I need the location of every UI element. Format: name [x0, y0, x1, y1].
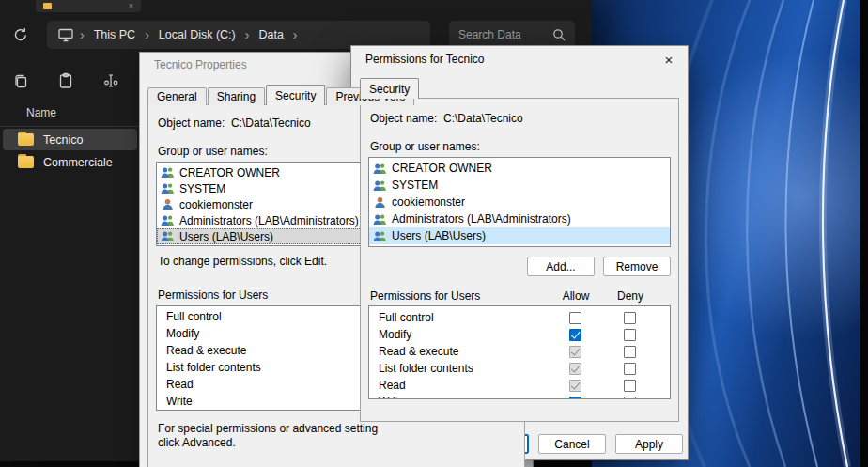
permission-row: List folder contents — [369, 360, 670, 377]
allow-checkbox[interactable] — [569, 329, 581, 341]
permission-name: Full control — [379, 311, 548, 324]
permission-row: Write — [369, 394, 670, 399]
user-icon — [373, 196, 387, 209]
deny-checkbox[interactable] — [624, 346, 636, 358]
object-name-value: C:\Data\Tecnico — [443, 112, 523, 125]
group-name: cookiemonster — [179, 198, 253, 211]
permissions-header: Permissions for Users Allow Deny — [368, 289, 671, 305]
close-button[interactable]: × — [650, 46, 688, 72]
permission-name: Modify — [379, 328, 548, 341]
group-name: Users (LAB\Users) — [392, 229, 486, 242]
permission-row: Modify — [369, 326, 670, 343]
group-name: CREATOR OWNER — [392, 162, 492, 175]
copy-button[interactable] — [6, 67, 36, 95]
breadcrumb-chevron-icon[interactable]: › — [244, 27, 251, 42]
refresh-icon — [13, 27, 28, 42]
group-list-item[interactable]: SYSTEM — [369, 177, 670, 194]
permissions-checkbox-list: Full control Modify Read & execute List … — [368, 305, 671, 399]
permission-name: Read — [379, 379, 548, 392]
tab-security[interactable]: Security — [360, 78, 419, 99]
group-list-item[interactable]: cookiemonster — [369, 194, 670, 210]
tab-security[interactable]: Security — [266, 85, 325, 105]
permission-row: Read & execute — [369, 343, 670, 360]
deny-checkbox[interactable] — [624, 397, 636, 400]
explorer-tab[interactable]: × — [36, 0, 141, 12]
allow-checkbox — [569, 346, 581, 358]
breadcrumb-item-this-pc[interactable]: This PC — [85, 21, 144, 49]
breadcrumb-chevron-icon[interactable]: › — [79, 27, 85, 42]
desktop: × › This PC › Local Disk (C:) › Data › — [0, 0, 868, 467]
tab-close-icon[interactable]: × — [129, 2, 133, 10]
group-name: Users (LAB\Users) — [179, 230, 273, 243]
cancel-button[interactable]: Cancel — [538, 434, 606, 454]
allow-checkbox — [569, 363, 581, 375]
group-name: cookiemonster — [392, 195, 465, 209]
tab-general[interactable]: General — [147, 87, 207, 105]
deny-checkbox[interactable] — [624, 363, 636, 375]
group-icon — [161, 166, 175, 179]
allow-checkbox — [569, 380, 581, 392]
breadcrumb-item-local-disk-c[interactable]: Local Disk (C:) — [150, 21, 244, 49]
rename-button[interactable] — [96, 67, 126, 95]
group-name: SYSTEM — [392, 179, 438, 192]
permission-row: Read — [369, 377, 670, 394]
remove-button[interactable]: Remove — [603, 257, 671, 276]
paste-button[interactable] — [51, 67, 81, 95]
column-header-name[interactable]: Name — [26, 106, 56, 119]
paste-icon — [57, 72, 74, 89]
file-item-tecnico[interactable]: Tecnico — [3, 129, 137, 150]
allow-checkbox[interactable] — [569, 312, 581, 324]
deny-checkbox[interactable] — [624, 380, 636, 392]
folder-icon — [18, 133, 34, 146]
permission-row: Full control — [369, 309, 670, 326]
copy-icon — [12, 72, 29, 89]
tab-sharing[interactable]: Sharing — [208, 87, 265, 105]
group-list-item[interactable]: Administrators (LAB\Administrators) — [369, 210, 670, 227]
search-input[interactable] — [458, 28, 545, 41]
this-pc-icon[interactable] — [53, 28, 79, 42]
group-icon — [161, 230, 175, 242]
breadcrumb-chevron-icon[interactable]: › — [292, 27, 299, 42]
permissions-dialog-titlebar[interactable]: Permissions for Tecnico × — [351, 46, 688, 72]
allow-checkbox[interactable] — [569, 397, 581, 400]
group-name: SYSTEM — [179, 182, 225, 195]
object-name-value: C:\Data\Tecnico — [231, 117, 311, 130]
file-item-commerciale[interactable]: Commerciale — [3, 151, 137, 173]
user-icon — [161, 198, 175, 210]
breadcrumb-chevron-icon[interactable]: › — [144, 27, 150, 42]
group-name: CREATOR OWNER — [179, 166, 280, 179]
group-icon — [373, 179, 387, 192]
breadcrumb-item-data[interactable]: Data — [250, 21, 291, 49]
refresh-button[interactable] — [8, 23, 34, 47]
rename-icon — [102, 72, 119, 89]
permissions-tab-strip: Security — [360, 78, 688, 99]
object-name-label: Object name: — [370, 112, 443, 125]
security-tab-page: Object name: C:\Data\Tecnico Group or us… — [360, 98, 679, 422]
file-name: Tecnico — [43, 133, 83, 147]
deny-checkbox[interactable] — [624, 329, 636, 341]
group-icon — [161, 214, 175, 226]
group-name: Administrators (LAB\Administrators) — [392, 212, 571, 226]
group-icon — [373, 163, 387, 175]
group-names-label: Group or user names: — [370, 140, 671, 153]
deny-checkbox[interactable] — [624, 312, 636, 324]
permissions-for-users-label: Permissions for Users — [370, 289, 549, 303]
file-name: Commerciale — [43, 156, 113, 169]
group-list: CREATOR OWNER SYSTEM cookiemonster Admin… — [368, 157, 671, 247]
permission-name: Read & execute — [379, 345, 548, 358]
allow-column-header: Allow — [549, 289, 603, 303]
add-button[interactable]: Add... — [527, 257, 595, 276]
group-list-item-selected[interactable]: Users (LAB\Users) — [369, 227, 670, 244]
permission-name: Write — [379, 396, 548, 399]
close-icon: × — [665, 52, 674, 68]
folder-icon — [18, 156, 34, 168]
object-name-label: Object name: — [158, 117, 231, 130]
group-list-item[interactable]: CREATOR OWNER — [369, 160, 670, 177]
dialog-title: Tecnico Properties — [154, 58, 247, 71]
dialog-title: Permissions for Tecnico — [365, 53, 485, 66]
explorer-toolbar — [6, 67, 126, 95]
group-name: Administrators (LAB\Administrators) — [179, 214, 359, 227]
advanced-hint-line1: For special permissions or advanced sett… — [158, 422, 517, 436]
group-icon — [373, 213, 387, 226]
apply-button[interactable]: Apply — [615, 434, 683, 454]
